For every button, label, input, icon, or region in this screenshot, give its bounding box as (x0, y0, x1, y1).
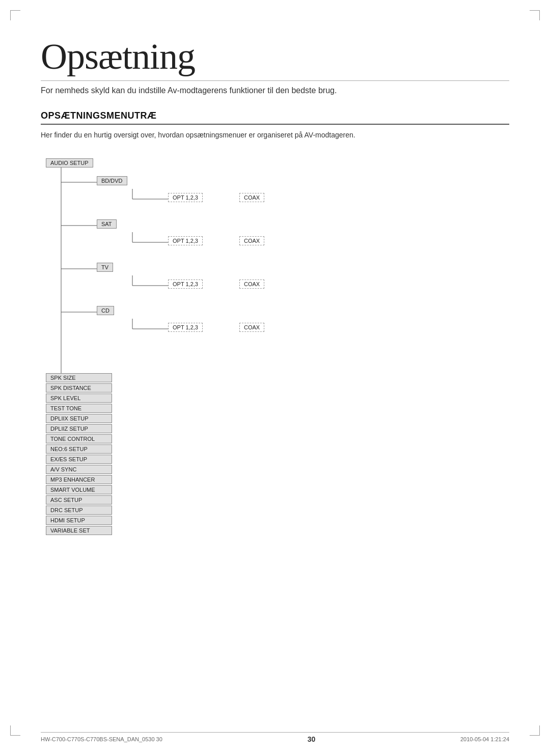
menu-item-hdmi-setup: HDMI SETUP (46, 516, 112, 525)
menu-item-test-tone: TEST TONE (46, 404, 112, 413)
menu-item-dpliiz-setup: DPLIIZ SETUP (46, 424, 112, 433)
diagram-lines (46, 154, 402, 409)
tv-box: TV (97, 263, 113, 272)
sat-coax-box: COAX (239, 236, 264, 245)
page: Opsætning For nemheds skyld kan du indst… (0, 0, 550, 756)
tv-coax-box: COAX (239, 279, 264, 289)
corner-mark-tl (10, 10, 20, 20)
cd-box: CD (97, 306, 114, 315)
menu-item-exes-setup: EX/ES SETUP (46, 455, 112, 464)
sat-box: SAT (97, 219, 117, 229)
menu-item-variable-set: VARIABLE SET (46, 526, 112, 535)
audio-setup-box: AUDIO SETUP (46, 158, 93, 167)
footer: HW-C700-C770S-C770BS-SENA_DAN_0530 30 30… (41, 732, 509, 743)
menu-items-list: SPK SIZE SPK DISTANCE SPK LEVEL TEST TON… (46, 373, 112, 536)
menu-item-tone-control: TONE CONTROL (46, 434, 112, 443)
corner-mark-tr (530, 10, 540, 20)
menu-item-asc-setup: ASC SETUP (46, 495, 112, 505)
page-subtitle: For nemheds skyld kan du indstille Av-mo… (41, 86, 509, 95)
menu-item-mp3-enhancer: MP3 ENHANCER (46, 475, 112, 484)
menu-item-spk-level: SPK LEVEL (46, 394, 112, 403)
bdvd-coax-box: COAX (239, 193, 264, 202)
cd-coax-box: COAX (239, 323, 264, 332)
page-title: Opsætning (41, 36, 509, 81)
bdvd-box: BD/DVD (97, 176, 127, 185)
menu-item-smart-volume: SMART VOLUME (46, 485, 112, 494)
footer-left: HW-C700-C770S-C770BS-SENA_DAN_0530 30 (41, 736, 162, 742)
menu-item-dpliix-setup: DPLIIX SETUP (46, 414, 112, 423)
corner-mark-br (530, 725, 540, 736)
section-heading: OPSÆTNINGSMENUTRÆ (41, 110, 509, 125)
section-desc: Her finder du en hurtig oversigt over, h… (41, 131, 509, 139)
menu-item-drc-setup: DRC SETUP (46, 506, 112, 515)
menu-item-neo6-setup: NEO:6 SETUP (46, 444, 112, 454)
menu-diagram: AUDIO SETUP BD/DVD OPT 1,2,3 COAX SAT OP… (46, 154, 402, 409)
corner-mark-bl (10, 725, 20, 736)
tv-opt-box: OPT 1,2,3 (168, 279, 203, 289)
menu-item-av-sync: A/V SYNC (46, 465, 112, 474)
menu-item-spk-size: SPK SIZE (46, 373, 112, 382)
footer-right: 2010-05-04 1:21:24 (460, 736, 509, 742)
cd-opt-box: OPT 1,2,3 (168, 323, 203, 332)
footer-page-number: 30 (308, 735, 316, 743)
menu-item-spk-distance: SPK DISTANCE (46, 383, 112, 393)
sat-opt-box: OPT 1,2,3 (168, 236, 203, 245)
bdvd-opt-box: OPT 1,2,3 (168, 193, 203, 202)
